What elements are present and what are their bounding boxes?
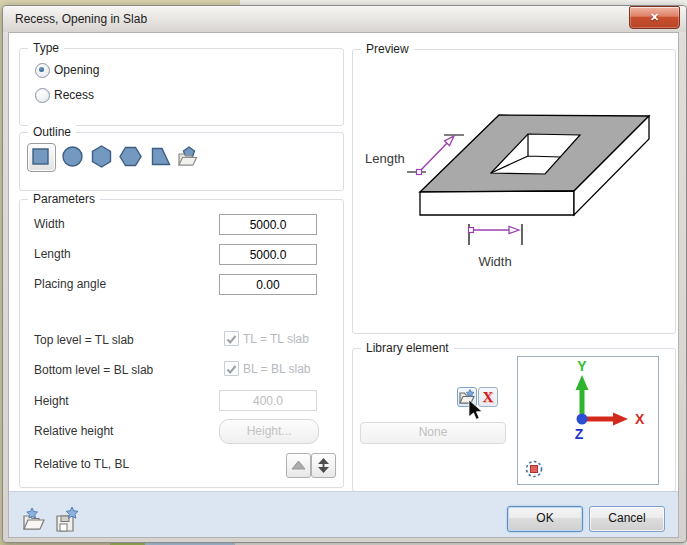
title-bar[interactable]: Recess, Opening in Slab — [3, 6, 686, 32]
up-down-arrow-icon — [312, 454, 335, 477]
outline-trapezoid-icon[interactable] — [149, 145, 172, 168]
outline-circle-icon[interactable] — [61, 145, 84, 168]
outline-hexagon-vertical-icon[interactable] — [90, 145, 113, 168]
height-button-label: Height... — [247, 424, 292, 438]
mouse-cursor — [468, 400, 483, 421]
width-label: Width — [34, 217, 65, 231]
dialog-title: Recess, Opening in Slab — [15, 12, 147, 26]
close-button[interactable]: ✕ — [629, 6, 680, 29]
slab-preview-image: Length Width — [362, 75, 672, 307]
height-label: Height — [34, 394, 69, 408]
parameters-group-label: Parameters — [28, 192, 100, 206]
axis-orientation-icon: Y X Z — [518, 357, 658, 484]
radio-opening-label[interactable]: Opening — [54, 63, 99, 77]
desktop: Recess, Opening in Slab ✕ Type Opening R… — [0, 0, 687, 545]
x-axis-label: X — [635, 411, 645, 427]
radio-opening[interactable] — [35, 63, 50, 78]
bl-checkbox-label: BL = BL slab — [243, 362, 311, 376]
radio-recess-label[interactable]: Recess — [54, 88, 94, 102]
outline-group-label: Outline — [28, 125, 76, 139]
relative-to-label: Relative to TL, BL — [34, 457, 129, 471]
relative-height-label: Relative height — [34, 424, 113, 438]
z-axis-label: Z — [575, 426, 584, 442]
type-group: Type — [19, 48, 344, 126]
relative-updown-button[interactable] — [311, 453, 336, 478]
top-level-label: Top level = TL slab — [34, 333, 134, 347]
width-dim-label: Width — [478, 254, 511, 269]
placing-angle-label: Placing angle — [34, 277, 106, 291]
height-button: Height... — [219, 419, 319, 444]
recess-opening-dialog: Recess, Opening in Slab ✕ Type Opening R… — [2, 5, 687, 543]
library-element-group-label: Library element — [361, 341, 454, 355]
save-favorite-icon[interactable] — [52, 506, 80, 534]
ok-button[interactable]: OK — [507, 506, 583, 532]
length-label: Length — [34, 247, 71, 261]
y-axis-label: Y — [577, 358, 587, 374]
preview-group-label: Preview — [361, 42, 414, 56]
placing-angle-input[interactable] — [219, 274, 317, 295]
check-icon — [225, 363, 238, 376]
width-input[interactable] — [219, 214, 317, 235]
bl-checkbox[interactable] — [224, 361, 239, 376]
height-input — [219, 390, 317, 411]
outline-custom-polygon-icon[interactable] — [176, 145, 199, 168]
radio-recess[interactable] — [35, 88, 50, 103]
relative-up-button[interactable] — [286, 453, 311, 478]
length-input[interactable] — [219, 244, 317, 265]
dialog-body: Type Opening Recess Outline — [8, 32, 679, 538]
library-axis-panel: Y X Z — [517, 356, 659, 485]
cancel-button-label: Cancel — [608, 511, 645, 525]
open-favorite-icon[interactable] — [20, 507, 47, 534]
length-dim-label: Length — [365, 151, 405, 166]
tl-checkbox-label: TL = TL slab — [243, 332, 309, 346]
up-arrow-icon — [287, 454, 310, 477]
library-none-button: None — [360, 422, 506, 444]
cancel-button[interactable]: Cancel — [589, 506, 665, 532]
footer-bar: OK Cancel — [9, 491, 678, 537]
check-icon — [225, 333, 238, 346]
outline-hexagon-horizontal-icon[interactable] — [119, 145, 142, 168]
library-none-label: None — [419, 425, 448, 439]
close-icon: ✕ — [650, 11, 659, 23]
outline-rectangle-icon[interactable] — [29, 145, 52, 168]
tl-checkbox[interactable] — [224, 331, 239, 346]
bottom-level-label: Bottom level = BL slab — [34, 363, 153, 377]
ok-button-label: OK — [536, 511, 553, 525]
red-x-icon: X — [483, 389, 494, 405]
type-group-label: Type — [28, 41, 64, 55]
